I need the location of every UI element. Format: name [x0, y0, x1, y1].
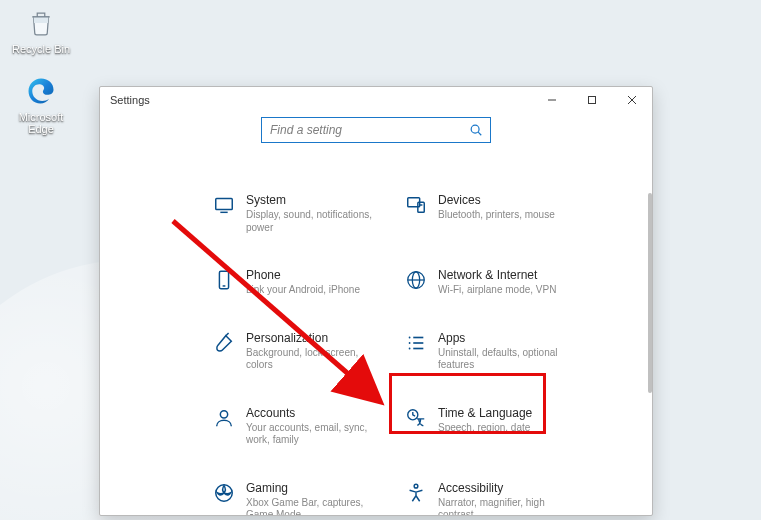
card-title: Time & Language — [438, 406, 532, 420]
close-button[interactable] — [612, 87, 652, 113]
accessibility-card[interactable]: Accessibility Narrator, magnifier, high … — [404, 477, 574, 516]
card-title: System — [246, 193, 376, 207]
edge-label: Microsoft Edge — [10, 111, 72, 135]
svg-rect-1 — [589, 97, 596, 104]
minimize-button[interactable] — [532, 87, 572, 113]
content-area: System Display, sound, notifications, po… — [100, 153, 652, 515]
desktop-icon-recycle-bin[interactable]: Recycle Bin — [10, 6, 72, 55]
phone-icon — [212, 268, 236, 292]
card-title: Phone — [246, 268, 360, 282]
person-icon — [212, 406, 236, 430]
edge-icon — [24, 74, 58, 108]
search-input[interactable] — [270, 123, 468, 137]
minimize-icon — [547, 95, 557, 105]
card-desc: Narrator, magnifier, high contrast — [438, 497, 568, 516]
card-desc: Display, sound, notifications, power — [246, 209, 376, 234]
card-desc: Your accounts, email, sync, work, family — [246, 422, 376, 447]
system-card[interactable]: System Display, sound, notifications, po… — [212, 189, 382, 238]
settings-grid: System Display, sound, notifications, po… — [100, 153, 648, 515]
search-row — [100, 113, 652, 153]
card-desc: Uninstall, defaults, optional features — [438, 347, 568, 372]
window-title: Settings — [110, 94, 150, 106]
card-desc: Link your Android, iPhone — [246, 284, 360, 297]
card-title: Gaming — [246, 481, 376, 495]
desktop-icon-edge[interactable]: Microsoft Edge — [10, 74, 72, 135]
scrollbar[interactable] — [648, 193, 652, 515]
paintbrush-icon — [212, 331, 236, 355]
maximize-icon — [587, 95, 597, 105]
card-title: Accounts — [246, 406, 376, 420]
card-desc: Wi-Fi, airplane mode, VPN — [438, 284, 556, 297]
maximize-button[interactable] — [572, 87, 612, 113]
card-title: Apps — [438, 331, 568, 345]
accounts-card[interactable]: Accounts Your accounts, email, sync, wor… — [212, 402, 382, 451]
network-card[interactable]: Network & Internet Wi-Fi, airplane mode,… — [404, 264, 574, 301]
svg-point-26 — [414, 484, 418, 488]
globe-icon — [404, 268, 428, 292]
svg-point-17 — [409, 336, 411, 338]
svg-line-16 — [226, 332, 229, 335]
devices-card[interactable]: Devices Bluetooth, printers, mouse — [404, 189, 574, 238]
phone-card[interactable]: Phone Link your Android, iPhone — [212, 264, 382, 301]
close-icon — [627, 95, 637, 105]
personalization-card[interactable]: Personalization Background, lock screen,… — [212, 327, 382, 376]
card-desc: Bluetooth, printers, mouse — [438, 209, 555, 222]
card-title: Network & Internet — [438, 268, 556, 282]
card-title: Devices — [438, 193, 555, 207]
svg-point-19 — [409, 342, 411, 344]
svg-line-5 — [478, 132, 481, 135]
card-desc: Speech, region, date — [438, 422, 532, 435]
svg-point-4 — [471, 125, 479, 133]
display-icon — [212, 193, 236, 217]
time-language-icon — [404, 406, 428, 430]
devices-icon — [404, 193, 428, 217]
gaming-card[interactable]: Gaming Xbox Game Bar, captures, Game Mod… — [212, 477, 382, 516]
titlebar: Settings — [100, 87, 652, 113]
gaming-icon — [212, 481, 236, 505]
recycle-bin-icon — [24, 6, 58, 40]
scrollbar-thumb[interactable] — [648, 193, 652, 393]
apps-list-icon — [404, 331, 428, 355]
card-title: Personalization — [246, 331, 376, 345]
search-icon — [468, 122, 484, 138]
card-title: Accessibility — [438, 481, 568, 495]
search-box[interactable] — [261, 117, 491, 143]
apps-card[interactable]: Apps Uninstall, defaults, optional featu… — [404, 327, 574, 376]
time-language-card[interactable]: Time & Language Speech, region, date — [404, 402, 574, 451]
card-desc: Background, lock screen, colors — [246, 347, 376, 372]
svg-point-21 — [409, 347, 411, 349]
card-desc: Xbox Game Bar, captures, Game Mode — [246, 497, 376, 516]
window-controls — [532, 87, 652, 113]
settings-window: Settings — [99, 86, 653, 516]
recycle-bin-label: Recycle Bin — [12, 43, 70, 55]
svg-point-23 — [220, 410, 227, 417]
accessibility-icon — [404, 481, 428, 505]
svg-rect-6 — [216, 199, 233, 210]
